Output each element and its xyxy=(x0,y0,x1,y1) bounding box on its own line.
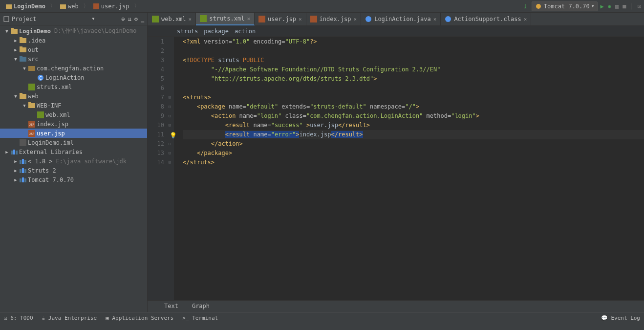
fold-icon[interactable]: ⊟ xyxy=(169,139,171,149)
run-configuration-selector[interactable]: Tomcat 7.0.70 ▼ xyxy=(532,1,598,11)
fold-icon[interactable]: ⊟ xyxy=(169,93,171,102)
tree-node-external-libraries[interactable]: ▶External Libraries xyxy=(0,147,147,156)
tree-node-loginaction[interactable]: CLoginAction xyxy=(0,73,147,82)
build-icon[interactable]: ⤓ xyxy=(522,3,529,10)
collapse-icon[interactable]: ⇊ xyxy=(128,16,131,22)
close-icon[interactable]: × xyxy=(189,16,192,22)
breadcrumb-project[interactable]: LoginDemo xyxy=(3,2,48,11)
tab-actionsupport-class[interactable]: ActionSupport.class× xyxy=(441,13,531,25)
gutter-line[interactable]: 9⊟ xyxy=(148,111,164,121)
tree-arrow-icon[interactable]: ▼ xyxy=(13,94,18,99)
tree-node-logindemo[interactable]: ▼LoginDemoD:\作业\javaee\LoginDemo xyxy=(0,26,147,36)
scroll-from-source-icon[interactable]: ⊕ xyxy=(121,16,125,22)
tree-arrow-icon[interactable]: ▼ xyxy=(4,29,9,34)
tree-node-web-inf[interactable]: ▼WEB-INF xyxy=(0,101,147,110)
status-terminal[interactable]: >_ Terminal xyxy=(182,315,218,321)
view-tab-graph[interactable]: Graph xyxy=(185,301,216,312)
fold-icon[interactable]: ⊟ xyxy=(169,111,171,121)
code-editor[interactable]: 1234567⊟8⊟9⊟10⊟11💡12⊟13⊟14⊟ <?xml versio… xyxy=(148,37,644,300)
close-icon[interactable]: × xyxy=(433,16,437,22)
tree-arrow-icon[interactable]: ▶ xyxy=(4,150,9,154)
debug-button[interactable]: ✸ xyxy=(608,3,611,10)
tree-node---1-8--[interactable]: ▶< 1.8 >E:\java software\jdk xyxy=(0,156,147,166)
close-icon[interactable]: × xyxy=(354,16,357,22)
tree-node-struts-2[interactable]: ▶Struts 2 xyxy=(0,166,147,175)
tree-node-index-jsp[interactable]: JSPindex.jsp xyxy=(0,119,147,129)
tree-node-com-chengfan-action[interactable]: ▼com.chengfan.action xyxy=(0,64,147,73)
code-content[interactable]: <?xml version="1.0" encoding="UTF-8"?> <… xyxy=(174,37,644,300)
breadcrumb-folder[interactable]: web xyxy=(57,2,82,11)
gutter-line[interactable]: 10⊟ xyxy=(148,121,164,130)
tree-node-web[interactable]: ▼web xyxy=(0,91,147,101)
xml-file-icon xyxy=(200,15,207,22)
tree-arrow-icon[interactable]: ▶ xyxy=(13,38,18,43)
project-tree[interactable]: ▼LoginDemoD:\作业\javaee\LoginDemo▶.idea▶o… xyxy=(0,25,147,312)
tree-arrow-icon[interactable]: ▶ xyxy=(13,177,18,182)
tree-node-struts-xml[interactable]: struts.xml xyxy=(0,82,147,91)
fold-icon[interactable]: ⊟ xyxy=(169,121,171,130)
tab-web-xml[interactable]: web.xml× xyxy=(148,13,196,25)
top-navigation-bar: LoginDemo 〉 web 〉 user.jsp 〉 ⤓ Tomcat 7.… xyxy=(0,0,644,13)
gutter-line[interactable]: 11💡 xyxy=(148,130,164,139)
gutter-line[interactable]: 3 xyxy=(148,56,164,65)
webfolder-icon xyxy=(20,93,26,100)
tab-struts-xml[interactable]: struts.xml× xyxy=(196,13,255,25)
gutter-line[interactable]: 13⊟ xyxy=(148,149,164,158)
crumb-item[interactable]: package xyxy=(204,28,229,35)
tab-user-jsp[interactable]: user.jsp× xyxy=(255,13,306,25)
tree-node-out[interactable]: ▶out xyxy=(0,45,147,54)
gutter-line[interactable]: 7⊟ xyxy=(148,93,164,102)
status-app-servers[interactable]: ▣ Application Servers xyxy=(106,315,173,321)
tree-node-web-xml[interactable]: web.xml xyxy=(0,110,147,119)
coverage-button[interactable]: ▦ xyxy=(615,3,619,10)
project-sidebar: Project ▼ ⊕ ⇊ ⚙ ⎯ ▼LoginDemoD:\作业\javaee… xyxy=(0,13,148,312)
gutter-line[interactable]: 2 xyxy=(148,46,164,56)
sidebar-title[interactable]: Project ▼ xyxy=(3,16,94,22)
gutter-line[interactable]: 14⊟ xyxy=(148,158,164,167)
status-todo[interactable]: ☑ 6: TODO xyxy=(4,315,33,321)
stop-button[interactable]: ■ xyxy=(623,3,626,10)
breadcrumb: LoginDemo 〉 web 〉 user.jsp 〉 xyxy=(3,2,140,11)
tree-node-src[interactable]: ▼src xyxy=(0,54,147,64)
close-icon[interactable]: × xyxy=(524,16,527,22)
svg-text:JSP: JSP xyxy=(29,132,35,135)
close-icon[interactable]: × xyxy=(299,16,302,22)
fold-icon[interactable]: ⊟ xyxy=(169,149,171,158)
gutter-line[interactable]: 5 xyxy=(148,74,164,84)
tree-arrow-icon[interactable]: ▼ xyxy=(13,57,18,62)
hide-icon[interactable]: ⎯ xyxy=(141,16,144,22)
gutter-line[interactable]: 12⊟ xyxy=(148,139,164,149)
close-icon[interactable]: × xyxy=(247,16,250,22)
tree-node-logindemo-iml[interactable]: LoginDemo.iml xyxy=(0,138,147,147)
svg-rect-40 xyxy=(200,15,207,22)
svg-rect-0 xyxy=(6,4,12,9)
gutter-line[interactable]: 8⊟ xyxy=(148,102,164,111)
crumb-item[interactable]: action xyxy=(235,28,256,35)
editor-gutter: 1234567⊟8⊟9⊟10⊟11💡12⊟13⊟14⊟ xyxy=(148,37,174,300)
view-tab-text[interactable]: Text xyxy=(157,301,185,312)
gutter-line[interactable]: 6 xyxy=(148,84,164,93)
status-java-ee[interactable]: ☕ Java Enterprise xyxy=(42,315,97,321)
crumb-item[interactable]: struts xyxy=(177,28,198,35)
tab-index-jsp[interactable]: index.jsp× xyxy=(306,13,362,25)
tree-node-tomcat-7-0-70[interactable]: ▶Tomcat 7.0.70 xyxy=(0,175,147,184)
gutter-line[interactable]: 4 xyxy=(148,65,164,74)
fold-icon[interactable]: ⊟ xyxy=(169,102,171,111)
status-event-log[interactable]: 💬 Event Log xyxy=(601,315,640,321)
tree-arrow-icon[interactable]: ▶ xyxy=(13,159,18,164)
svg-rect-16 xyxy=(28,84,35,90)
tree-node-user-jsp[interactable]: JSPuser.jsp xyxy=(0,129,147,138)
tree-arrow-icon[interactable]: ▼ xyxy=(22,103,27,108)
tree-node--idea[interactable]: ▶.idea xyxy=(0,36,147,45)
gutter-line[interactable]: 1 xyxy=(148,37,164,46)
svg-rect-21 xyxy=(37,111,44,118)
gear-icon[interactable]: ⚙ xyxy=(134,16,138,22)
tree-arrow-icon[interactable]: ▶ xyxy=(13,47,18,52)
breadcrumb-file[interactable]: user.jsp xyxy=(90,2,132,11)
fold-icon[interactable]: ⊟ xyxy=(169,158,171,167)
tree-arrow-icon[interactable]: ▼ xyxy=(22,66,27,71)
tab-loginaction-java[interactable]: LoginAction.java× xyxy=(361,13,441,25)
search-button[interactable]: ⊡ xyxy=(638,3,641,10)
run-button[interactable]: ▶ xyxy=(601,3,604,10)
tree-arrow-icon[interactable]: ▶ xyxy=(13,168,18,173)
